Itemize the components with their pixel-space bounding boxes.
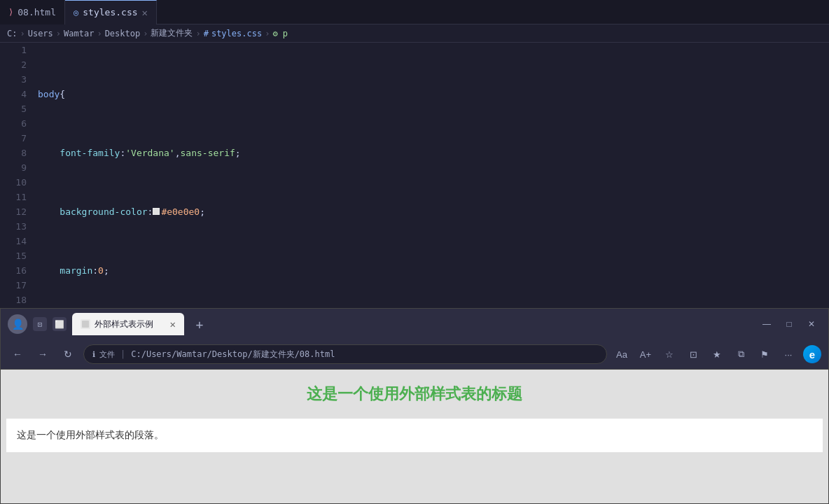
breadcrumb-c: C: [7,29,17,38]
addr-collection-btn[interactable]: ★ [708,345,726,363]
tab-css-label: styles.css [83,7,137,18]
code-line-3: background-color: #e0e0e0; [35,204,829,219]
svg-rect-0 [82,321,89,328]
address-info-icon: ℹ [92,350,95,359]
code-content: body { font-family: 'Verdana', sans-seri… [35,43,829,308]
addr-split-btn[interactable]: ⊡ [684,345,702,363]
browser-address-bar: ← → ↻ ℹ 文件 | C:/Users/Wamtar/Desktop/新建文… [1,340,828,369]
browser-window: 👤 ⊡ ⬜ 外部样式表示例 ✕ + — □ ✕ ← → ↻ [0,308,829,504]
browser-top-bar: 👤 ⊡ ⬜ 外部样式表示例 ✕ + — □ ✕ [1,309,828,340]
browser-tab-close[interactable]: ✕ [170,318,176,330]
addr-read-btn[interactable]: A+ [636,345,655,363]
back-button[interactable]: ← [8,344,27,364]
tab-html[interactable]: ⟩ 08.html [0,0,65,24]
breadcrumb-users: Users [28,29,53,38]
browser-add-tab[interactable]: + [190,314,209,334]
profile-icon[interactable]: 👤 [8,314,27,334]
page-content: 这是一个使用外部样式表的标题 这是一个使用外部样式表的段落。 [1,370,828,503]
page-heading: 这是一个使用外部样式表的标题 [1,370,828,419]
browser-maximize-btn[interactable]: □ [779,314,799,334]
browser-chrome: 👤 ⊡ ⬜ 外部样式表示例 ✕ + — □ ✕ ← → ↻ [1,309,828,370]
address-text: C:/Users/Wamtar/Desktop/新建文件夹/08.html [131,349,335,360]
breadcrumb-wamtar: Wamtar [64,29,94,38]
swatch-e0e0e0 [153,208,160,215]
addr-translate-btn[interactable]: Aa [613,345,631,363]
breadcrumb-hash: # [204,29,209,38]
browser-tab-title: 外部样式表示例 [95,318,153,330]
tab-favicon [81,319,90,329]
code-line-4: margin: 0; [35,263,829,278]
browser-sidebar-btn[interactable]: ⊡ [33,317,47,331]
code-container: 12345 678910 1112131415 161718 body { fo… [0,43,829,308]
breadcrumb: C: › Users › Wamtar › Desktop › 新建文件夹 › … [0,24,829,43]
tab-html-label: 08.html [18,7,56,18]
forward-button[interactable]: → [33,344,53,364]
line-numbers: 12345 678910 1112131415 161718 [0,43,35,308]
breadcrumb-symbol: ⚙ p [272,29,288,38]
browser-minimize-btn[interactable]: — [757,314,776,334]
breadcrumb-file: styles.css [211,29,262,38]
breadcrumb-desktop: Desktop [105,29,141,38]
html-file-icon: ⟩ [8,7,13,17]
addr-extension-btn[interactable]: ⧉ [732,345,750,363]
addr-profile-btn[interactable]: ⚑ [755,345,774,363]
code-line-2: font-family: 'Verdana', sans-serif; [35,146,829,160]
page-paragraph: 这是一个使用外部样式表的段落。 [6,419,823,452]
breadcrumb-folder: 新建文件夹 [151,27,193,39]
code-line-1: body { [35,87,829,102]
tab-css[interactable]: ◎ styles.css ✕ [65,0,157,24]
editor-area: ⟩ 08.html ◎ styles.css ✕ C: › Users › Wa… [0,0,829,308]
browser-active-tab[interactable]: 外部样式表示例 ✕ [72,313,184,335]
addr-favorite-btn[interactable]: ☆ [660,345,678,363]
address-bar[interactable]: ℹ 文件 | C:/Users/Wamtar/Desktop/新建文件夹/08.… [83,344,607,364]
tab-bar: ⟩ 08.html ◎ styles.css ✕ [0,0,829,24]
browser-close-btn[interactable]: ✕ [802,314,821,334]
browser-window-controls: — □ ✕ [757,314,821,334]
edge-icon[interactable]: e [803,345,821,363]
browser-tab-btn[interactable]: ⬜ [53,317,67,331]
css-file-icon: ◎ [74,8,78,18]
refresh-button[interactable]: ↻ [58,344,78,364]
tab-css-close[interactable]: ✕ [142,8,148,18]
addr-more-btn[interactable]: ··· [779,345,797,363]
browser-content: 这是一个使用外部样式表的标题 这是一个使用外部样式表的段落。 [1,370,828,503]
